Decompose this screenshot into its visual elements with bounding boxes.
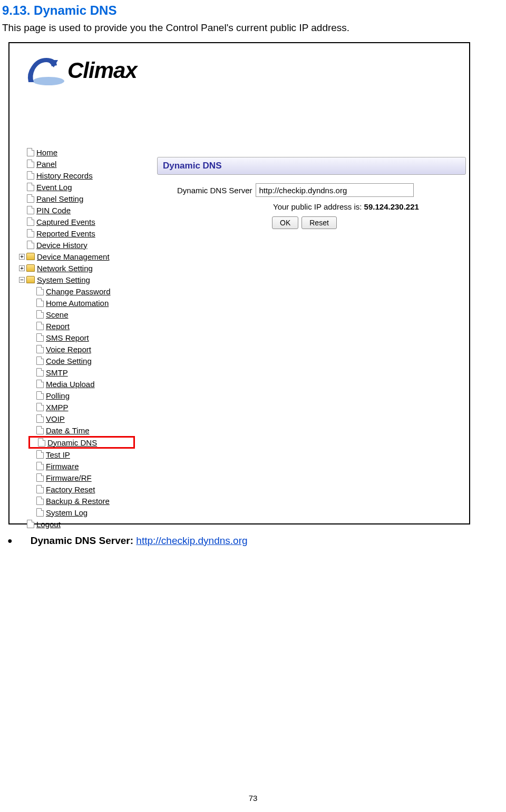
- tree-item-system-log[interactable]: System Log: [28, 507, 135, 518]
- tree-item-factory-reset[interactable]: Factory Reset: [28, 483, 135, 495]
- tree-item-report[interactable]: Report: [28, 320, 135, 332]
- page-icon: [36, 508, 44, 517]
- nav-tree: Home Panel History Records Event Log Pan…: [19, 146, 135, 530]
- bullet-icon: ●: [7, 535, 13, 547]
- tree-item-xmpp[interactable]: XMPP: [28, 401, 135, 413]
- page-icon: [36, 473, 44, 482]
- tree-item-voip[interactable]: VOIP: [28, 413, 135, 424]
- page-icon: [27, 241, 34, 249]
- tree-item-voice-report[interactable]: Voice Report: [28, 343, 135, 355]
- tree-item-code-setting[interactable]: Code Setting: [28, 355, 135, 367]
- tree-item-smtp[interactable]: SMTP: [28, 367, 135, 378]
- page-icon: [36, 380, 44, 388]
- dns-server-input[interactable]: [256, 183, 414, 197]
- ok-button[interactable]: OK: [272, 216, 298, 229]
- page-icon: [27, 160, 34, 168]
- page-icon: [36, 462, 44, 470]
- screenshot-container: Climax Home Panel History Records Event …: [8, 42, 470, 524]
- intro-text: This page is used to provide you the Con…: [0, 20, 506, 40]
- tree-item-date-time[interactable]: Date & Time: [28, 424, 135, 436]
- folder-icon: [26, 276, 35, 283]
- bullet-section: ● Dynamic DNS Server: http://checkip.dyn…: [0, 535, 506, 547]
- public-ip-prefix: Your public IP address is:: [273, 202, 364, 211]
- tree-item-change-password[interactable]: Change Password: [28, 285, 135, 297]
- tree-item-home-automation[interactable]: Home Automation: [28, 297, 135, 309]
- page-number: 73: [0, 794, 506, 803]
- tree-item-pin-code[interactable]: PIN Code: [19, 204, 135, 216]
- bullet-label: Dynamic DNS Server:: [31, 535, 137, 546]
- expand-plus-icon[interactable]: +: [19, 254, 25, 260]
- page-icon: [36, 450, 44, 459]
- tree-item-device-management[interactable]: +Device Management: [19, 251, 135, 262]
- page-icon: [38, 438, 45, 447]
- page-icon: [36, 497, 44, 505]
- tree-item-polling[interactable]: Polling: [28, 390, 135, 401]
- climax-logo-icon: [23, 53, 64, 88]
- page-icon: [27, 520, 34, 528]
- dns-server-row: Dynamic DNS Server: [157, 183, 466, 197]
- tree-item-panel[interactable]: Panel: [19, 158, 135, 170]
- tree-item-network-setting[interactable]: +Network Setting: [19, 262, 135, 274]
- page-icon: [36, 299, 44, 307]
- panel-title: Dynamic DNS: [157, 157, 466, 175]
- tree-item-panel-setting[interactable]: Panel Setting: [19, 193, 135, 204]
- content-panel: Dynamic DNS Dynamic DNS Server Your publ…: [157, 157, 466, 229]
- page-icon: [36, 414, 44, 423]
- folder-icon: [26, 253, 35, 260]
- tree-item-sms-report[interactable]: SMS Report: [28, 332, 135, 343]
- logo-text: Climax: [67, 58, 137, 83]
- page-icon: [27, 194, 34, 203]
- expand-plus-icon[interactable]: +: [19, 265, 25, 271]
- page-icon: [27, 171, 34, 180]
- page-icon: [36, 403, 44, 411]
- page-icon: [36, 368, 44, 377]
- tree-item-media-upload[interactable]: Media Upload: [28, 378, 135, 390]
- logo: Climax: [23, 53, 469, 88]
- tree-item-scene[interactable]: Scene: [28, 309, 135, 320]
- page-icon: [27, 217, 34, 226]
- bullet-text: Dynamic DNS Server: http://checkip.dyndn…: [31, 535, 248, 547]
- tree-item-dynamic-dns[interactable]: Dynamic DNS: [28, 436, 135, 449]
- page-icon: [36, 287, 44, 295]
- logo-area: Climax: [9, 43, 469, 101]
- public-ip-value: 59.124.230.221: [364, 202, 419, 211]
- svg-point-0: [33, 77, 64, 85]
- section-heading: 9.13. Dynamic DNS: [0, 0, 506, 20]
- dns-server-label: Dynamic DNS Server: [177, 186, 252, 195]
- collapse-minus-icon[interactable]: −: [19, 277, 25, 283]
- page-icon: [27, 229, 34, 237]
- page-icon: [27, 148, 34, 156]
- tree-item-firmware[interactable]: Firmware: [28, 460, 135, 472]
- folder-icon: [26, 264, 35, 272]
- public-ip-line: Your public IP address is: 59.124.230.22…: [157, 202, 466, 211]
- page-icon: [36, 357, 44, 365]
- page-icon: [36, 391, 44, 400]
- tree-item-reported-events[interactable]: Reported Events: [19, 227, 135, 239]
- page-icon: [27, 183, 34, 191]
- tree-item-backup-restore[interactable]: Backup & Restore: [28, 495, 135, 507]
- page-icon: [27, 206, 34, 214]
- tree-item-test-ip[interactable]: Test IP: [28, 449, 135, 460]
- page-icon: [36, 333, 44, 342]
- page-icon: [36, 345, 44, 353]
- tree-item-system-setting[interactable]: −System Setting: [19, 274, 135, 285]
- button-row: OK Reset: [157, 216, 466, 229]
- tree-item-captured-events[interactable]: Captured Events: [19, 216, 135, 227]
- page-icon: [36, 310, 44, 319]
- tree-item-logout[interactable]: Logout: [19, 518, 135, 530]
- tree-item-firmware-rf[interactable]: Firmware/RF: [28, 472, 135, 483]
- reset-button[interactable]: Reset: [301, 216, 337, 229]
- tree-item-history-records[interactable]: History Records: [19, 170, 135, 181]
- tree-item-event-log[interactable]: Event Log: [19, 181, 135, 193]
- tree-item-home[interactable]: Home: [19, 146, 135, 158]
- tree-item-device-history[interactable]: Device History: [19, 239, 135, 251]
- page-icon: [36, 485, 44, 493]
- dyndns-link[interactable]: http://checkip.dyndns.org: [136, 535, 247, 546]
- page-icon: [36, 426, 44, 434]
- page-icon: [36, 322, 44, 330]
